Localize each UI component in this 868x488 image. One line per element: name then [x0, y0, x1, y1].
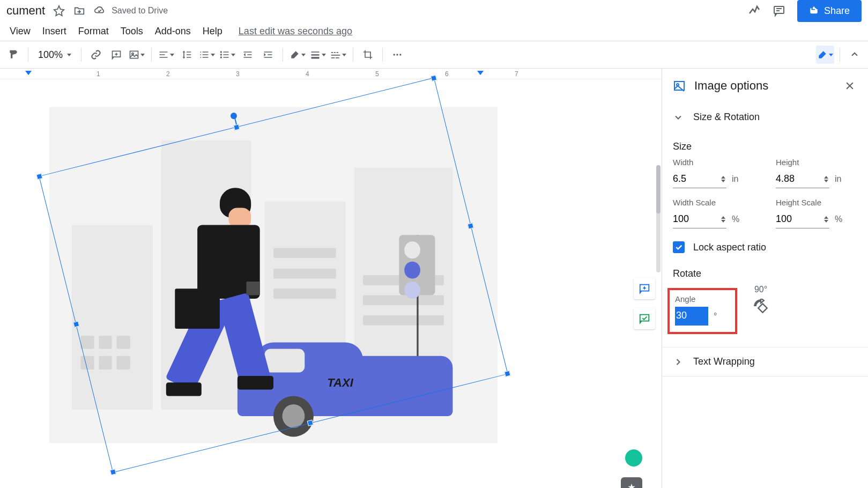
comments-icon[interactable]	[773, 4, 785, 17]
cloud-saved-icon	[93, 4, 106, 17]
ruler-mark: 2	[166, 70, 170, 78]
activity-icon[interactable]	[748, 4, 761, 17]
width-input[interactable]	[673, 170, 726, 188]
ruler-mark: 7	[515, 70, 518, 78]
line-spacing-icon[interactable]	[177, 46, 196, 64]
border-weight-icon[interactable]	[309, 46, 327, 64]
resize-handle-sw[interactable]	[110, 469, 116, 475]
section-text-wrapping-title: Text Wrapping	[693, 356, 755, 367]
share-button-label: Share	[824, 5, 850, 17]
svg-rect-9	[311, 54, 320, 56]
svg-rect-21	[640, 315, 649, 321]
selected-image[interactable]: TAXI	[39, 78, 508, 473]
svg-rect-12	[334, 52, 336, 53]
suggest-edits-floating-button[interactable]	[634, 308, 655, 329]
section-size-rotation-header[interactable]: Size & Rotation	[662, 103, 868, 131]
ruler-right-indent-icon[interactable]	[477, 71, 484, 77]
section-size-rotation-title: Size & Rotation	[693, 112, 760, 123]
grammarly-icon[interactable]	[625, 449, 642, 467]
bulleted-list-icon[interactable]	[218, 46, 236, 64]
menu-view[interactable]: View	[4, 24, 36, 39]
rotate-90-button[interactable]	[753, 299, 768, 315]
section-text-wrapping-header[interactable]: Text Wrapping	[662, 347, 868, 376]
editing-mode-icon[interactable]	[816, 46, 834, 64]
height-scale-label: Height Scale	[776, 198, 857, 207]
svg-rect-10	[311, 57, 320, 58]
height-scale-input[interactable]	[776, 210, 829, 228]
insert-link-icon[interactable]	[87, 46, 105, 64]
insert-image-icon[interactable]	[128, 46, 146, 64]
svg-rect-1	[813, 7, 814, 10]
border-dash-icon[interactable]	[329, 46, 347, 64]
titlebar: cument Saved to Drive Share	[0, 0, 868, 21]
menu-help[interactable]: Help	[197, 24, 228, 39]
add-comment-icon[interactable]	[107, 46, 125, 64]
resize-handle-ne[interactable]	[431, 75, 437, 82]
ruler-mark: 1	[97, 70, 100, 78]
svg-point-19	[399, 54, 401, 55]
explore-button[interactable]	[621, 477, 642, 488]
menu-addons[interactable]: Add-ons	[150, 24, 196, 39]
canvas-area: 1 2 3 4 5 6 7	[0, 69, 662, 488]
sidebar-title: Image options	[694, 79, 834, 93]
zoom-dropdown[interactable]: 100%	[34, 49, 76, 61]
collapse-sidebar-icon[interactable]	[845, 46, 864, 64]
height-scale-unit: %	[835, 215, 842, 224]
share-button[interactable]: Share	[797, 0, 862, 22]
resize-handle-nw[interactable]	[36, 173, 42, 180]
width-scale-unit: %	[732, 215, 739, 224]
svg-point-5	[220, 51, 222, 53]
numbered-list-icon[interactable]	[198, 46, 216, 64]
rotate-heading: Rotate	[673, 268, 857, 279]
height-input[interactable]	[776, 170, 829, 188]
width-scale-input[interactable]	[673, 210, 726, 228]
image-options-sidebar: Image options Size & Rotation Size Width	[662, 69, 868, 488]
svg-rect-8	[311, 51, 320, 53]
menu-insert[interactable]: Insert	[37, 24, 72, 39]
horizontal-ruler[interactable]: 1 2 3 4 5 6 7	[0, 69, 662, 79]
rotate-90-label: 90°	[754, 285, 767, 294]
svg-rect-0	[774, 6, 784, 13]
last-edit-link[interactable]: Last edit was seconds ago	[239, 26, 352, 37]
resize-handle-n[interactable]	[233, 124, 240, 130]
svg-rect-24	[758, 304, 767, 312]
svg-rect-15	[331, 57, 335, 58]
lock-aspect-ratio-checkbox[interactable]	[673, 241, 685, 253]
move-to-folder-icon[interactable]	[73, 4, 86, 17]
close-sidebar-button[interactable]	[842, 78, 857, 93]
paint-format-icon[interactable]	[4, 46, 23, 64]
menu-tools[interactable]: Tools	[115, 24, 149, 39]
svg-rect-22	[674, 82, 684, 90]
menubar: View Insert Format Tools Add-ons Help La…	[0, 21, 868, 41]
chevron-right-icon	[673, 357, 684, 367]
increase-indent-icon[interactable]	[259, 46, 277, 64]
chevron-down-icon	[67, 54, 71, 56]
add-comment-floating-button[interactable]	[634, 278, 655, 299]
chevron-down-icon	[673, 112, 684, 123]
ruler-mark: 6	[445, 70, 449, 78]
menu-format[interactable]: Format	[73, 24, 114, 39]
ruler-left-indent-icon[interactable]	[25, 71, 32, 77]
svg-point-7	[220, 56, 222, 58]
width-label: Width	[673, 158, 754, 167]
border-color-icon[interactable]	[288, 46, 307, 64]
resize-handle-se[interactable]	[504, 371, 510, 377]
document-title[interactable]: cument	[6, 4, 45, 18]
star-icon[interactable]	[53, 4, 65, 17]
crop-icon[interactable]	[359, 46, 377, 64]
svg-point-17	[394, 54, 395, 55]
width-unit: in	[732, 174, 738, 184]
zoom-value: 100%	[38, 49, 63, 61]
scrollbar[interactable]	[656, 165, 661, 272]
saved-status: Saved to Drive	[112, 6, 168, 16]
resize-handle-w[interactable]	[73, 321, 79, 328]
decrease-indent-icon[interactable]	[239, 46, 257, 64]
angle-input[interactable]	[675, 307, 708, 326]
angle-label: Angle	[675, 294, 730, 304]
more-icon[interactable]	[388, 46, 406, 64]
ruler-mark: 3	[236, 70, 240, 78]
height-unit: in	[835, 174, 841, 184]
align-icon[interactable]	[157, 46, 175, 64]
image-icon	[673, 79, 686, 92]
lock-aspect-ratio-label: Lock aspect ratio	[693, 242, 766, 253]
